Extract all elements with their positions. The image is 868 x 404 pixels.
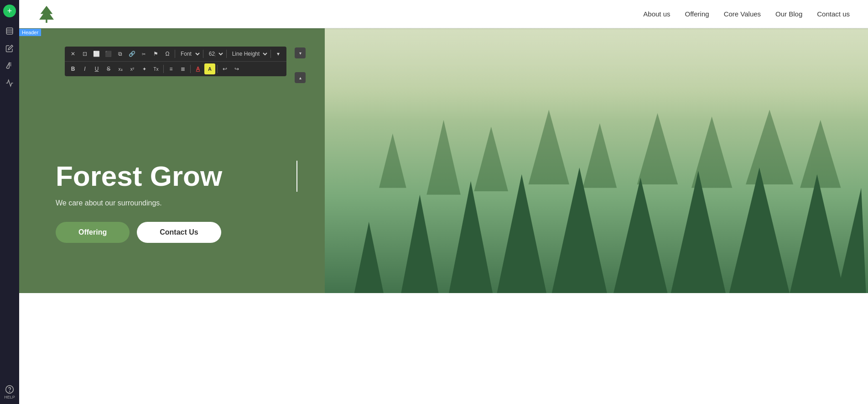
- nav-blog[interactable]: Our Blog: [775, 10, 802, 18]
- nav-bar: About us Offering Core Values Our Blog C…: [19, 0, 868, 28]
- offering-button[interactable]: Offering: [56, 222, 130, 243]
- forest-svg: [325, 28, 868, 293]
- toolbar-scroll-up[interactable]: ▴: [295, 72, 306, 83]
- forest-background: [325, 28, 868, 293]
- below-hero-section: [19, 293, 868, 404]
- toolbar-separator-7: [217, 65, 218, 73]
- line-height-select[interactable]: Line Height: [229, 49, 269, 58]
- toolbar-scroll-down[interactable]: ▾: [295, 47, 306, 58]
- tb-flag-btn[interactable]: ⚑: [150, 48, 161, 59]
- main-content: About us Offering Core Values Our Blog C…: [19, 0, 868, 404]
- tb-redo-btn[interactable]: ↪: [231, 63, 242, 74]
- svg-point-4: [10, 391, 10, 392]
- website-preview: About us Offering Core Values Our Blog C…: [19, 0, 868, 404]
- tb-dropdown-btn[interactable]: ▾: [273, 48, 284, 59]
- toolbar-separator-1: [175, 50, 175, 58]
- nav-contact[interactable]: Contact us: [817, 10, 850, 18]
- sidebar-edit-icon[interactable]: [2, 41, 17, 56]
- tb-superscript-btn[interactable]: x²: [127, 63, 138, 74]
- tb-tx-btn[interactable]: Tx: [151, 63, 161, 74]
- hero-title: Forest Grow: [56, 161, 297, 192]
- tb-bold-btn[interactable]: B: [68, 63, 78, 74]
- toolbar-separator-5: [163, 65, 164, 73]
- tb-subscript-btn[interactable]: x₂: [115, 63, 126, 74]
- add-button[interactable]: +: [3, 5, 16, 17]
- font-size-select[interactable]: 62px: [205, 49, 224, 58]
- tb-align-right-btn[interactable]: ≣: [177, 63, 188, 74]
- toolbar-separator-2: [203, 50, 203, 58]
- toolbar-separator-6: [190, 65, 191, 73]
- text-editing-toolbar: ✕ ⊡ ⬜ ⬛ ⧉ 🔗 ✂ ⚑ Ω Font: [65, 47, 286, 76]
- hero-right-panel: [325, 28, 868, 293]
- sidebar: + HELP: [0, 0, 19, 404]
- tb-strike-btn[interactable]: S: [103, 63, 114, 74]
- hero-subtitle: We care about our surroundings.: [56, 199, 297, 207]
- help-label: HELP: [4, 395, 15, 399]
- nav-logo: [37, 5, 56, 23]
- toolbar-scroll-btns: ▾ ▴: [286, 47, 296, 70]
- header-section-label: Header: [19, 29, 41, 36]
- font-family-select[interactable]: Font: [177, 49, 201, 58]
- tb-font-color-btn[interactable]: A: [192, 63, 203, 74]
- help-button[interactable]: HELP: [4, 385, 15, 399]
- tb-italic-btn[interactable]: I: [79, 63, 90, 74]
- sidebar-brush-icon[interactable]: [2, 58, 17, 73]
- tb-clear-format-btn[interactable]: ✦: [139, 63, 150, 74]
- tb-underline-btn[interactable]: U: [91, 63, 102, 74]
- tb-highlight-btn[interactable]: A: [204, 63, 215, 74]
- tb-copy2-btn[interactable]: ⧉: [115, 48, 126, 59]
- hero-buttons: Offering Contact Us: [56, 222, 297, 243]
- hero-section: ✕ ⊡ ⬜ ⬛ ⧉ 🔗 ✂ ⚑ Ω Font: [19, 28, 868, 293]
- logo-tree-icon: [37, 5, 56, 23]
- toolbar-separator-3: [226, 50, 227, 58]
- tb-undo-btn[interactable]: ↩: [219, 63, 230, 74]
- toolbar-row-2: B I U S x₂ x² ✦ Tx ≡ ≣ A A: [65, 62, 286, 76]
- tb-copy-btn[interactable]: ⊡: [79, 48, 90, 59]
- sidebar-bottom: HELP: [4, 385, 15, 399]
- contact-button[interactable]: Contact Us: [137, 222, 221, 243]
- tb-link-btn[interactable]: 🔗: [126, 48, 137, 59]
- nav-about[interactable]: About us: [643, 10, 670, 18]
- tb-special-btn[interactable]: ✂: [138, 48, 149, 59]
- svg-rect-0: [6, 28, 13, 34]
- nav-links: About us Offering Core Values Our Blog C…: [643, 10, 850, 18]
- hero-left-panel: ✕ ⊡ ⬜ ⬛ ⧉ 🔗 ✂ ⚑ Ω Font: [19, 28, 325, 293]
- tb-paste-word-btn[interactable]: ⬛: [103, 48, 114, 59]
- tb-align-center-btn[interactable]: ≡: [166, 63, 177, 74]
- add-icon: +: [7, 7, 12, 15]
- tb-paste-text-btn[interactable]: ⬜: [91, 48, 102, 59]
- toolbar-row-1: ✕ ⊡ ⬜ ⬛ ⧉ 🔗 ✂ ⚑ Ω Font: [65, 47, 286, 62]
- sidebar-chart-icon[interactable]: [2, 76, 17, 90]
- tb-close-btn[interactable]: ✕: [68, 48, 78, 59]
- svg-marker-5: [39, 5, 54, 22]
- nav-core-values[interactable]: Core Values: [724, 10, 761, 18]
- tb-omega-btn[interactable]: Ω: [162, 48, 173, 59]
- toolbar-separator-4: [270, 50, 271, 58]
- nav-offering[interactable]: Offering: [685, 10, 709, 18]
- sidebar-layers-icon[interactable]: [2, 24, 17, 38]
- svg-rect-27: [325, 28, 868, 120]
